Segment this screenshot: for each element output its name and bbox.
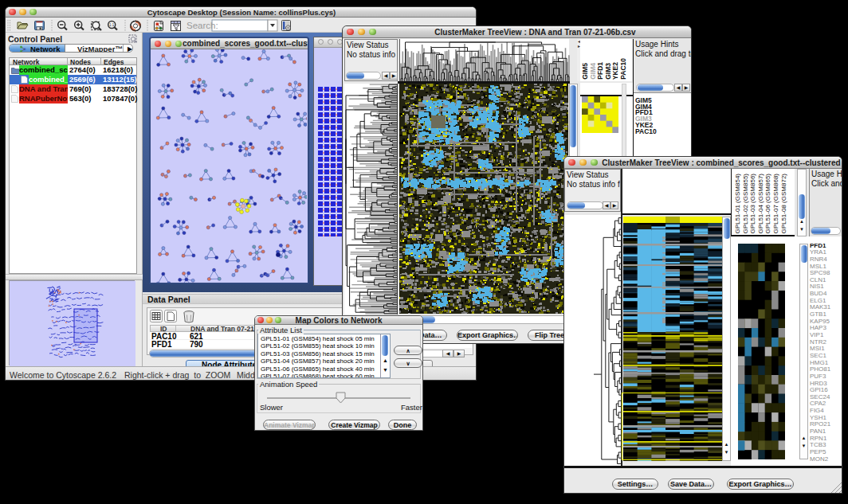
svg-text:1:1: 1:1 — [109, 23, 115, 27]
